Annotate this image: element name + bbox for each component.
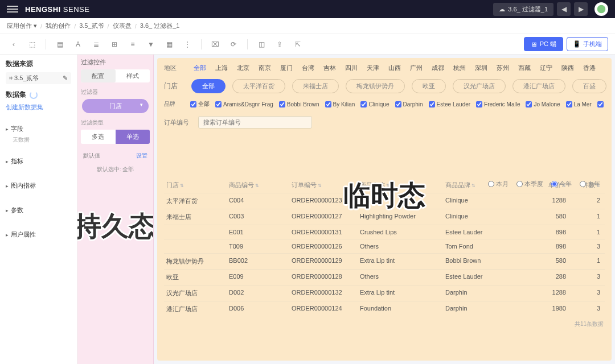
- store-pill[interactable]: 太平洋百货: [232, 79, 285, 93]
- table-row[interactable]: 太平洋百货C004ORDER00000123TintClinique12882: [164, 193, 605, 209]
- table-row[interactable]: 汉光广场店D002ORDER00000132Extra Lip tintDarp…: [164, 285, 605, 301]
- region-item[interactable]: 台湾: [302, 64, 314, 72]
- region-item[interactable]: 西藏: [518, 64, 531, 72]
- crop-icon[interactable]: ◫: [255, 38, 268, 51]
- region-item[interactable]: 天津: [367, 64, 379, 72]
- brand-check[interactable]: Estee Lauder: [429, 101, 471, 107]
- brand-check[interactable]: By Kilian: [325, 101, 355, 107]
- filter-icon[interactable]: ▼: [144, 38, 158, 51]
- edit-icon[interactable]: ✎: [63, 75, 68, 82]
- store-pill[interactable]: 汉光广场店: [453, 79, 506, 93]
- cell: ORDER00000131: [292, 229, 360, 235]
- screen-icon[interactable]: ⌧: [208, 38, 222, 51]
- table-row[interactable]: 来福士店C003ORDER00000127Highlighting Powder…: [164, 209, 605, 225]
- store-pill[interactable]: 全部: [191, 79, 226, 93]
- region-item[interactable]: 上海: [215, 64, 228, 72]
- brand-check[interactable]: 全部: [190, 100, 210, 108]
- region-item[interactable]: 厦门: [280, 64, 293, 72]
- region-item[interactable]: 吉林: [323, 64, 336, 72]
- region-item[interactable]: 山西: [388, 64, 401, 72]
- default-set-link[interactable]: 设置: [136, 152, 147, 160]
- region-item[interactable]: 深圳: [475, 64, 487, 72]
- crumb[interactable]: 应用创作 ▾: [7, 22, 37, 30]
- pc-button[interactable]: 🖥 PC 端: [524, 37, 563, 51]
- brand-check[interactable]: Frederic Malle: [476, 101, 520, 107]
- filter-select[interactable]: 门店: [82, 99, 149, 113]
- region-item[interactable]: 全部: [194, 64, 206, 72]
- acc-userattr[interactable]: 用户属性: [6, 228, 71, 242]
- source-item[interactable]: ⌗ 3.5_贰爷✎: [6, 72, 71, 84]
- col-header[interactable]: 门店: [166, 181, 229, 189]
- cloud-chip[interactable]: ☁ 3.6_ 过滤器_1: [493, 3, 554, 16]
- region-item[interactable]: 成都: [432, 64, 444, 72]
- cell: 梅龙镇伊势丹: [166, 257, 229, 266]
- nav-prev-icon[interactable]: ◀: [557, 2, 571, 16]
- region-item[interactable]: 苏州: [497, 64, 509, 72]
- crumb[interactable]: 3.5_贰爷: [79, 22, 104, 30]
- brand-check[interactable]: Clinique: [360, 101, 389, 107]
- table-row[interactable]: 港汇广场店D006ORDER00000124FoundationDarphin1…: [164, 301, 605, 317]
- acc-metric[interactable]: 指标: [6, 154, 71, 168]
- cell: [166, 243, 229, 250]
- brand-check[interactable]: La Mer: [566, 101, 592, 107]
- table-row[interactable]: E001ORDER00000131Crushed LipsEstee Laude…: [164, 225, 605, 239]
- store-pill[interactable]: 港汇广场店: [512, 79, 565, 93]
- table-row[interactable]: 梅龙镇伊势丹BB002ORDER00000129Extra Lip tintBo…: [164, 253, 605, 269]
- image-icon[interactable]: ▤: [53, 38, 67, 51]
- back-icon[interactable]: ‹: [7, 38, 20, 51]
- grid-icon[interactable]: ⊞: [108, 38, 121, 51]
- col-header[interactable]: 订单编号: [292, 181, 360, 189]
- text-icon[interactable]: A: [71, 38, 85, 51]
- time-radio[interactable]: 今年: [551, 180, 572, 188]
- region-item[interactable]: 辽宁: [540, 64, 552, 72]
- pointer-icon[interactable]: ⬚: [25, 38, 39, 51]
- more-icon[interactable]: ⋮: [181, 38, 194, 51]
- time-radio[interactable]: 去年: [580, 180, 600, 188]
- acc-inchart[interactable]: 图内指标: [6, 179, 71, 193]
- region-item[interactable]: 广州: [410, 64, 423, 72]
- mobile-button[interactable]: 📱 手机端: [567, 37, 608, 51]
- region-item[interactable]: 南京: [259, 64, 271, 72]
- col-header[interactable]: 商品编号: [229, 181, 292, 189]
- region-item[interactable]: 北京: [237, 64, 249, 72]
- col-header[interactable]: 商品名称: [360, 181, 445, 189]
- store-pill[interactable]: 梅龙镇伊势丹: [346, 79, 405, 93]
- crumb[interactable]: 我的创作: [46, 22, 71, 30]
- layers-icon[interactable]: ≡: [126, 38, 140, 51]
- tab-style[interactable]: 样式: [116, 69, 150, 82]
- avatar[interactable]: [594, 2, 608, 16]
- store-pill[interactable]: 百盛: [572, 79, 606, 93]
- store-pill[interactable]: 来福士店: [292, 79, 339, 93]
- acc-param[interactable]: 参数: [6, 203, 71, 217]
- time-radio[interactable]: 本季度: [516, 180, 543, 188]
- tab-config[interactable]: 配置: [81, 69, 116, 82]
- list-icon[interactable]: ≣: [89, 38, 103, 51]
- region-item[interactable]: 陕西: [561, 64, 574, 72]
- brand-check[interactable]: Darphin: [395, 101, 423, 107]
- order-search-input[interactable]: [198, 116, 312, 129]
- store-pill[interactable]: 欧亚: [412, 79, 446, 93]
- brand-check[interactable]: Jo Malone: [526, 101, 560, 107]
- table-row[interactable]: T009ORDER00000126OthersTom Fond8983: [164, 239, 605, 253]
- region-item[interactable]: 香港: [583, 64, 596, 72]
- source-title: 数据来源: [6, 59, 71, 69]
- brand-check[interactable]: Aramis&Dsgnr Frag: [215, 101, 273, 107]
- time-radio[interactable]: 本月: [488, 180, 509, 188]
- opt-single[interactable]: 单选: [116, 130, 150, 144]
- menu-icon[interactable]: [7, 3, 18, 15]
- field-acc[interactable]: 字段: [6, 122, 71, 136]
- crumb[interactable]: 仪表盘: [113, 22, 132, 30]
- new-dataset-link[interactable]: 创建新数据集: [6, 103, 71, 111]
- region-item[interactable]: 杭州: [453, 64, 466, 72]
- refresh-icon[interactable]: ⟳: [227, 38, 240, 51]
- brand-check[interactable]: MAC: [597, 101, 605, 107]
- table-icon[interactable]: ▦: [162, 38, 176, 51]
- cell: ORDER00000129: [292, 257, 360, 266]
- table-row[interactable]: 欧亚E009ORDER00000128OthersEstee Lauder288…: [164, 269, 605, 285]
- opt-multi[interactable]: 多选: [81, 130, 116, 144]
- export-icon[interactable]: ⇱: [291, 38, 305, 51]
- nav-next-icon[interactable]: ▶: [574, 2, 588, 16]
- share-icon[interactable]: ⇪: [273, 38, 286, 51]
- brand-check[interactable]: Bobbi Brown: [279, 101, 319, 107]
- region-item[interactable]: 四川: [345, 64, 358, 72]
